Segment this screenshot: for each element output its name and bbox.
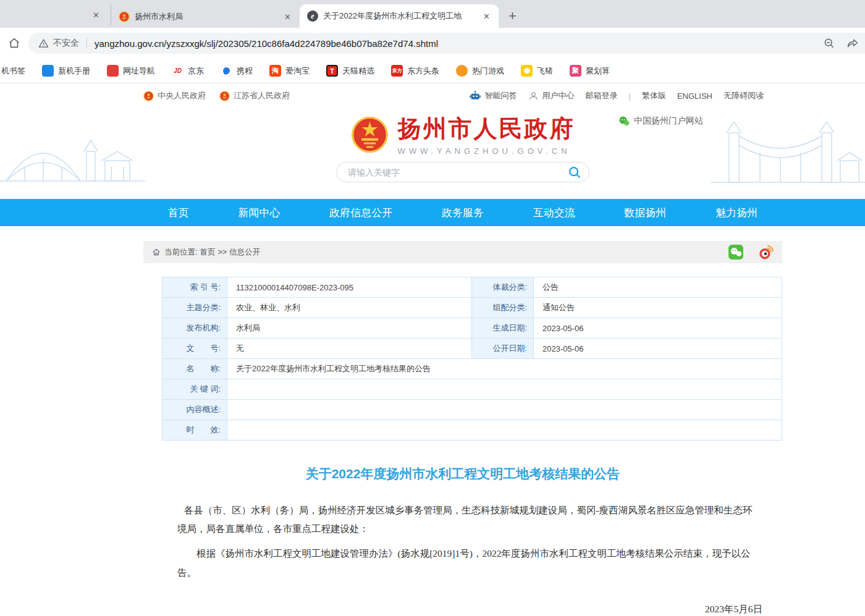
- field-label: 主题分类:: [162, 298, 227, 318]
- breadcrumb-home-link[interactable]: 首页: [200, 247, 215, 258]
- address-bar: 不安全 yangzhou.gov.cn/yzszxxgk/slj/202305/…: [0, 28, 865, 59]
- user-center-link[interactable]: 用户中心: [528, 90, 575, 101]
- bookmark-label: 天猫精选: [342, 65, 374, 77]
- site-search: [336, 162, 589, 182]
- zoom-out-icon[interactable]: [823, 37, 835, 49]
- bookmark-label: 携程: [237, 65, 253, 77]
- field-label: 索 引 号:: [162, 277, 227, 297]
- bookmark-label: 东方头条: [407, 65, 439, 77]
- bookmark-juhuasuan[interactable]: 聚 聚划算: [570, 65, 610, 77]
- jd-favicon: JD: [172, 65, 184, 77]
- bookmark-ctrip[interactable]: 携程: [221, 65, 253, 77]
- mail-login-link[interactable]: 邮箱登录: [586, 90, 618, 101]
- breadcrumb: 当前位置: 首页 >> 信息公开: [143, 241, 782, 263]
- document-meta-table: 索 引 号: 11321000014407098E-2023-095 体裁分类:…: [162, 277, 782, 441]
- article-paragraph: 根据《扬州市水利工程文明工地建设管理办法》(扬水规[2019]1号)，2022年…: [143, 544, 782, 581]
- bookmark-hot-games[interactable]: 热门游戏: [456, 65, 504, 77]
- utility-bar: 中央人民政府 江苏省人民政府: [0, 83, 865, 108]
- field-label: 关 键 词:: [162, 379, 227, 399]
- tmall-favicon: T: [326, 65, 338, 77]
- gov-emblem-favicon: [119, 11, 130, 22]
- link-jiangsu-government[interactable]: 江苏省人民政府: [219, 90, 290, 101]
- nav-item-news[interactable]: 新闻中心: [238, 206, 281, 220]
- field-label: 内容概述:: [162, 400, 227, 420]
- field-label: 组配分类:: [471, 298, 533, 318]
- robot-icon: [469, 90, 481, 102]
- accessibility-link[interactable]: 无障碍阅读: [724, 90, 764, 101]
- close-tab-icon[interactable]: ✕: [90, 9, 102, 21]
- field-value: 公告: [533, 277, 782, 297]
- close-tab-icon[interactable]: ✕: [481, 11, 492, 22]
- nav-item-services[interactable]: 政务服务: [442, 206, 484, 220]
- article-paragraph: 各县（市、区）水利（务）局，扬州经济开发区城乡事务管理局，生态科技新城规划建设局…: [143, 501, 782, 538]
- url-nav-favicon: [107, 65, 119, 77]
- site-favicon: e: [307, 11, 318, 22]
- share-icon[interactable]: [846, 37, 859, 49]
- article-title: 关于2022年度扬州市水利工程文明工地考核结果的公告: [143, 465, 782, 483]
- omnibox[interactable]: 不安全 yangzhou.gov.cn/yzszxxgk/slj/202305/…: [28, 33, 865, 54]
- juhuasuan-favicon: 聚: [570, 65, 581, 77]
- nav-item-charm-yangzhou[interactable]: 魅力扬州: [715, 206, 757, 220]
- field-value: 关于2022年度扬州市水利工程文明工地考核结果的公告: [227, 359, 782, 379]
- site-name: 扬州市人民政府: [398, 113, 575, 145]
- bookmark-label: 聚划算: [586, 65, 610, 77]
- weibo-share-icon[interactable]: [757, 244, 774, 260]
- gov-emblem-icon: [219, 91, 230, 101]
- smart-qa-label: 智能问答: [485, 90, 517, 101]
- wechat-share-icon[interactable]: [728, 244, 744, 260]
- english-version-link[interactable]: ENGLISH: [677, 91, 712, 101]
- tab-water-bureau[interactable]: 扬州市水利局 ✕: [111, 6, 300, 28]
- bookmark-label: 爱淘宝: [285, 65, 310, 77]
- eastday-favicon: 东方: [391, 65, 403, 77]
- bookmarks-bar: 机书签 新机手册 网址导航 JD 京东 携程 淘 爱淘宝 T 天猫精选 东方 东…: [0, 59, 865, 83]
- table-row: 索 引 号: 11321000014407098E-2023-095 体裁分类:…: [162, 277, 782, 298]
- field-value: [227, 379, 782, 399]
- tab-leftmost-partial[interactable]: ✕: [0, 4, 111, 25]
- field-label: 文 号:: [162, 339, 227, 358]
- nav-item-home[interactable]: 首页: [168, 206, 189, 220]
- link-central-government[interactable]: 中央人民政府: [143, 90, 206, 101]
- table-row: 主题分类: 农业、林业、水利 组配分类: 通知公告: [162, 298, 782, 318]
- home-icon[interactable]: [7, 36, 21, 50]
- bookmark-eastday[interactable]: 东方 东方头条: [391, 65, 439, 77]
- tab-active-announcement[interactable]: e 关于2022年度扬州市水利工程文明工地 ✕: [300, 4, 499, 28]
- field-value: 2023-05-06: [533, 318, 782, 338]
- table-row: 时 效:: [162, 420, 782, 441]
- nav-item-data-yangzhou[interactable]: 数据扬州: [624, 206, 666, 220]
- main-nav: 首页 新闻中心 政府信息公开 政务服务 互动交流 数据扬州 魅力扬州: [0, 199, 865, 226]
- portal-link[interactable]: 中国扬州门户网站: [618, 116, 703, 127]
- bookmark-aitaobao[interactable]: 淘 爱淘宝: [269, 65, 310, 77]
- gov-emblem-icon: [143, 91, 154, 101]
- user-center-label: 用户中心: [542, 90, 575, 101]
- field-value: 通知公告: [533, 298, 782, 318]
- divider: |: [629, 91, 631, 101]
- bookmark-fliggy[interactable]: 飞猪: [521, 65, 553, 77]
- search-input[interactable]: [348, 167, 568, 177]
- breadcrumb-current-link[interactable]: 信息公开: [229, 247, 260, 258]
- close-tab-icon[interactable]: ✕: [282, 11, 293, 23]
- traditional-version-link[interactable]: 繁体版: [642, 90, 666, 101]
- user-icon: [528, 91, 539, 101]
- portal-label: 中国扬州门户网站: [634, 116, 703, 127]
- field-label: 时 效:: [162, 420, 227, 440]
- nav-item-interaction[interactable]: 互动交流: [533, 206, 575, 220]
- bookmark-url-nav[interactable]: 网址导航: [107, 65, 155, 77]
- new-tab-button[interactable]: +: [508, 8, 517, 24]
- site-logo[interactable]: 扬州市人民政府 WWW.YANGZHOU.GOV.CN: [351, 113, 575, 156]
- tab-title: 关于2022年度扬州市水利工程文明工地: [323, 11, 476, 22]
- bookmark-phone-bookmarks[interactable]: 机书签: [1, 65, 25, 77]
- smart-qa-link[interactable]: 智能问答: [469, 90, 517, 102]
- breadcrumb-separator: >>: [217, 248, 227, 256]
- table-row: 名 称: 关于2022年度扬州市水利工程文明工地考核结果的公告: [162, 359, 782, 379]
- field-value: 农业、林业、水利: [227, 298, 471, 318]
- tab-title: 扬州市水利局: [135, 11, 277, 22]
- bookmark-tmall[interactable]: T 天猫精选: [326, 65, 374, 77]
- bookmark-xinji-manual[interactable]: 新机手册: [42, 65, 90, 77]
- tab-strip: ✕ 扬州市水利局 ✕ e 关于2022年度扬州市水利工程文明工地 ✕ +: [0, 0, 865, 28]
- nav-item-info-disclosure[interactable]: 政府信息公开: [329, 206, 392, 220]
- search-icon[interactable]: [568, 166, 581, 179]
- bookmark-jd[interactable]: JD 京东: [172, 65, 204, 77]
- url-text[interactable]: yangzhou.gov.cn/yzszxxgk/slj/202305/210c…: [95, 38, 817, 49]
- table-row: 内容概述:: [162, 400, 782, 420]
- bookmark-label: 热门游戏: [472, 65, 504, 77]
